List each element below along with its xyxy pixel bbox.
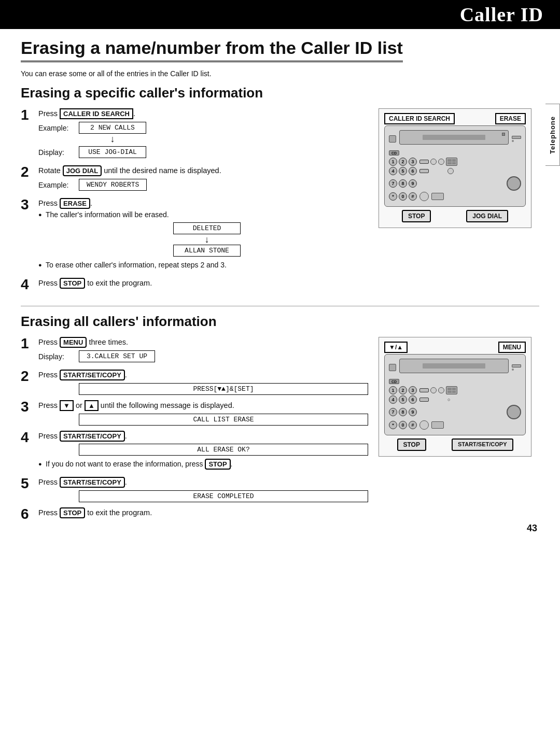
display-allanstone: ALLAN STONE — [173, 245, 241, 257]
erase-btn[interactable]: ERASE — [60, 198, 90, 209]
s2-step3: 3 Press ▼ or ▲ until the following messa… — [21, 400, 368, 426]
d2-key-2: 2 — [399, 386, 407, 394]
step2-example: Example: WENDY ROBERTS — [38, 179, 368, 191]
keypad-row2: 4 5 6 — [389, 167, 521, 175]
d2-key-dash2 — [419, 398, 429, 402]
arrow-down2: ↓ — [205, 235, 209, 244]
start-set-copy-btn3[interactable]: START/SET/COPY — [60, 477, 125, 488]
s2-step3-display: CALL LIST ERASE — [79, 414, 368, 426]
s2-step2-line: Press START/SET/COPY. — [38, 370, 368, 381]
section1-title: Erasing a specific caller's information — [21, 85, 539, 101]
device1-top-labels: CALLER ID SEARCH ERASE — [384, 113, 526, 124]
d2-key-4: 4 — [389, 395, 397, 404]
d2-key-5: 5 — [399, 395, 407, 404]
key-4: 4 — [389, 167, 397, 175]
nav-up-btn[interactable]: ▲ — [85, 400, 99, 411]
device2-body: CD 1 2 3 — [384, 354, 526, 435]
step3-content: Press ERASE. The caller's information wi… — [38, 198, 368, 273]
step1-example: Example: 2 NEW CALLS ↓ — [38, 122, 368, 144]
d2-keypad-row2: 4 5 6 ○ — [389, 395, 521, 404]
step2-line: Rotate JOG DIAL until the desired name i… — [38, 165, 368, 177]
s2-step6: 6 Press STOP to exit the program. — [21, 507, 368, 522]
subtitle-text: You can erase some or all of the entries… — [21, 69, 539, 78]
keypad-row3: 7 8 9 — [389, 176, 521, 191]
d2-key-star: * — [389, 421, 397, 429]
d2-key-7: 7 — [389, 408, 397, 416]
display-wendyroberts: WENDY ROBERTS — [79, 179, 147, 191]
step1-display-col: 2 NEW CALLS ↓ — [79, 122, 146, 144]
d2-key-3: 3 — [409, 386, 417, 394]
s2-step2-display: PRESS[▼▲]&[SET] — [79, 383, 368, 395]
s2-step5-number: 5 — [21, 476, 38, 492]
key-8: 8 — [399, 179, 407, 188]
key-star: * — [389, 192, 397, 201]
d2-keypad-row1: 1 2 3 — [389, 386, 521, 394]
device1-erase: ERASE — [495, 113, 526, 124]
step1-line: Press CALLER ID SEARCH. — [38, 108, 368, 120]
s2-step5-display: ERASE COMPLETED — [79, 490, 368, 502]
step1-content: Press CALLER ID SEARCH. Example: 2 NEW C… — [38, 108, 368, 160]
key-dash1 — [419, 160, 429, 164]
stop-btn1[interactable]: STOP — [60, 278, 85, 289]
s2-step6-content: Press STOP to exit the program. — [38, 507, 368, 519]
d2-key-9: 9 — [409, 408, 417, 416]
stop-btn-inline[interactable]: STOP — [205, 459, 230, 470]
device2-nav-arrows: ▼/▲ — [384, 342, 408, 353]
stop-btn2[interactable]: STOP — [60, 507, 85, 518]
start-set-copy-btn1[interactable]: START/SET/COPY — [60, 370, 125, 380]
step1-display-row: Display: USE JOG-DIAL — [38, 146, 368, 158]
step3-line: Press ERASE. — [38, 198, 368, 209]
step2: 2 Rotate JOG DIAL until the desired name… — [21, 165, 368, 193]
s2-step4-content: Press START/SET/COPY. ALL ERASE OK? If y… — [38, 431, 368, 472]
step3-number: 3 — [21, 197, 38, 213]
step4-number: 4 — [21, 277, 38, 293]
d2-circle-1 — [430, 387, 437, 393]
arrow-down1: ↓ — [110, 134, 115, 144]
main-content: Erasing a name/number from the Caller ID… — [0, 29, 560, 543]
circle-1 — [430, 159, 437, 165]
keypad-row4: * 0 # — [389, 192, 521, 201]
page-title: Erasing a name/number from the Caller ID… — [21, 38, 403, 62]
s2-step1-line: Press MENU three times. — [38, 337, 368, 348]
key-hash: # — [409, 192, 417, 201]
menu-btn[interactable]: MENU — [60, 337, 87, 348]
s2-step1-display-row: Display: 3.CALLER SET UP — [38, 350, 368, 362]
device1-stop: STOP — [402, 210, 431, 222]
section1-layout: 1 Press CALLER ID SEARCH. Example: 2 NEW… — [21, 108, 539, 298]
s2-step6-number: 6 — [21, 506, 38, 522]
step4: 4 Press STOP to exit the program. — [21, 278, 368, 293]
key-2: 2 — [399, 158, 407, 166]
display-erasecompleted: ERASE COMPLETED — [79, 490, 368, 502]
example-label2: Example: — [38, 179, 79, 189]
d2-key-hash: # — [409, 421, 417, 429]
step4-content: Press STOP to exit the program. — [38, 278, 368, 289]
s2-step2-content: Press START/SET/COPY. PRESS[▼▲]&[SET] — [38, 370, 368, 395]
section1-steps: 1 Press CALLER ID SEARCH. Example: 2 NEW… — [21, 108, 368, 298]
s2-step6-line: Press STOP to exit the program. — [38, 507, 368, 519]
s2-step5-line: Press START/SET/COPY. — [38, 477, 368, 488]
step2-number: 2 — [21, 164, 38, 180]
display-callisterase: CALL LIST ERASE — [79, 414, 368, 426]
device1-diagram: CALLER ID SEARCH ERASE — [379, 108, 531, 228]
s2-step4-bullet: If you do not want to erase the informat… — [46, 459, 368, 470]
start-set-copy-btn2[interactable]: START/SET/COPY — [60, 431, 125, 442]
key-dash2 — [419, 169, 429, 173]
caller-id-search-btn[interactable]: CALLER ID SEARCH — [60, 108, 133, 119]
step2-content: Rotate JOG DIAL until the desired name i… — [38, 165, 368, 193]
d2-key-8: 8 — [399, 408, 407, 416]
s2-step5: 5 Press START/SET/COPY. ERASE COMPLETED — [21, 477, 368, 502]
s2-step1-content: Press MENU three times. Display: 3.CALLE… — [38, 337, 368, 364]
device1-caller-id-search: CALLER ID SEARCH — [384, 113, 455, 124]
display-callersetup: 3.CALLER SET UP — [79, 350, 155, 362]
device1-col: CALLER ID SEARCH ERASE — [379, 108, 539, 298]
header-title: Caller ID — [460, 4, 543, 25]
step1: 1 Press CALLER ID SEARCH. Example: 2 NEW… — [21, 108, 368, 160]
jog-dial-btn[interactable]: JOG DIAL — [63, 165, 102, 176]
device2-top-labels: ▼/▲ MENU — [384, 342, 526, 353]
s2-step2: 2 Press START/SET/COPY. PRESS[▼▲]&[SET] — [21, 370, 368, 395]
example-label1: Example: — [38, 122, 79, 132]
s2-step3-line: Press ▼ or ▲ until the following message… — [38, 400, 368, 412]
nav-down-btn[interactable]: ▼ — [60, 400, 74, 411]
s2-step5-content: Press START/SET/COPY. ERASE COMPLETED — [38, 477, 368, 502]
s2-step4-number: 4 — [21, 430, 38, 446]
